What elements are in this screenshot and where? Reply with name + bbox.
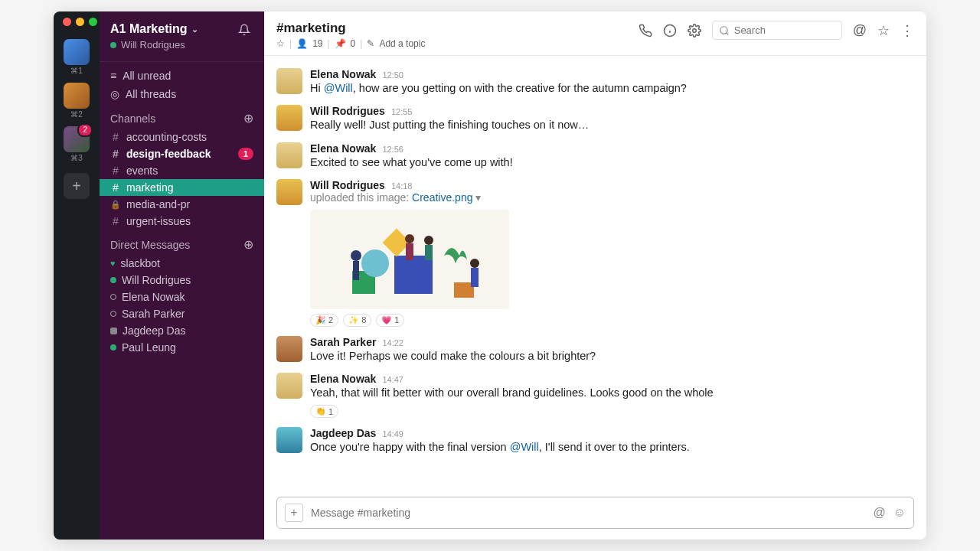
avatar[interactable]: [276, 68, 302, 94]
presence-online-icon: [110, 42, 116, 48]
workspace-switch-1[interactable]: ⌘1: [64, 39, 90, 75]
sidebar-channel-accounting-costs[interactable]: #accounting-costs: [100, 129, 264, 145]
message-author[interactable]: Will Rodrigues: [310, 105, 385, 117]
svg-line-5: [726, 32, 728, 34]
hash-icon: #: [110, 131, 121, 143]
mention[interactable]: @Will: [324, 82, 353, 94]
sidebar-dm-jagdeep-das[interactable]: Jagdeep Das: [100, 322, 264, 339]
workspace-rail: ⌘1 ⌘2 2 ⌘3 +: [54, 11, 100, 540]
channel-label: urgent-issues: [126, 215, 191, 227]
channels-section-header[interactable]: Channels ⊕: [100, 103, 264, 129]
reaction[interactable]: 👏1: [310, 405, 338, 418]
workspace-menu[interactable]: A1 Marketing ⌄: [110, 22, 253, 36]
workspace-shortcut: ⌘2: [64, 110, 90, 119]
current-user[interactable]: Will Rodrigues: [110, 39, 253, 51]
avatar[interactable]: [276, 179, 302, 205]
star-header-icon[interactable]: ☆: [877, 22, 890, 39]
channel-header: #marketing ☆| 👤19| 📌0| ✎Add a topic @ ☆: [264, 11, 926, 56]
message-author[interactable]: Jagdeep Das: [310, 427, 376, 439]
workspace-badge: 2: [77, 123, 93, 137]
message-time: 12:50: [382, 70, 403, 80]
sidebar-dm-sarah-parker[interactable]: Sarah Parker: [100, 305, 264, 322]
channels-header-label: Channels: [110, 112, 155, 125]
reaction[interactable]: 🎉2: [310, 314, 338, 327]
emoji-icon[interactable]: ☺: [893, 506, 906, 520]
add-workspace-button[interactable]: +: [64, 173, 90, 199]
phone-icon[interactable]: [639, 24, 652, 37]
svg-rect-14: [406, 243, 413, 260]
message-composer[interactable]: + @ ☺: [276, 497, 914, 529]
sidebar-channel-design-feedback[interactable]: #design-feedback1: [100, 145, 264, 162]
bell-icon[interactable]: [238, 24, 250, 36]
add-topic[interactable]: Add a topic: [379, 38, 425, 49]
attach-button[interactable]: +: [285, 504, 303, 522]
message-time: 12:55: [391, 107, 413, 116]
sidebar-channel-urgent-issues[interactable]: #urgent-issues: [100, 213, 264, 230]
message-time: 14:47: [382, 375, 403, 384]
message-author[interactable]: Elena Nowak: [310, 68, 376, 80]
composer-input[interactable]: [311, 507, 865, 519]
star-icon[interactable]: ☆: [276, 38, 285, 49]
lock-icon: 🔒: [110, 200, 121, 210]
reaction[interactable]: 💗1: [376, 314, 404, 327]
dm-label: Paul Leung: [122, 341, 176, 354]
all-unread-label: All unread: [122, 70, 171, 82]
mentions-icon[interactable]: @: [853, 22, 867, 38]
workspace-switch-3[interactable]: 2 ⌘3: [64, 126, 90, 162]
sidebar-dm-will-rodrigues[interactable]: Will Rodrigues: [100, 272, 264, 289]
minimize-icon[interactable]: [76, 18, 84, 26]
all-threads[interactable]: ◎ All threads: [100, 85, 264, 103]
more-icon[interactable]: ⋮: [900, 22, 914, 39]
avatar[interactable]: [276, 105, 302, 131]
mention[interactable]: @Will: [510, 441, 539, 453]
sidebar-dm-elena-nowak[interactable]: Elena Nowak: [100, 289, 264, 305]
avatar[interactable]: [276, 373, 302, 399]
search-input[interactable]: [734, 24, 835, 36]
workspace-switch-2[interactable]: ⌘2: [64, 83, 90, 119]
dm-label: slackbot: [121, 257, 160, 269]
message-text: Excited to see what you've come up with!: [310, 155, 513, 170]
gear-icon[interactable]: [688, 24, 701, 37]
reaction[interactable]: ✨8: [343, 314, 371, 327]
all-unread[interactable]: ≡ All unread: [100, 67, 264, 85]
sidebar-channel-media-and-pr[interactable]: 🔒media-and-pr: [100, 196, 264, 213]
sidebar-dm-paul-leung[interactable]: Paul Leung: [100, 339, 264, 356]
pin-count[interactable]: 0: [351, 38, 356, 49]
workspace-name: A1 Marketing: [110, 22, 187, 36]
channel-pane: #marketing ☆| 👤19| 📌0| ✎Add a topic @ ☆: [264, 11, 926, 540]
svg-rect-12: [353, 261, 359, 280]
dms-section-header[interactable]: Direct Messages ⊕: [100, 230, 264, 255]
message-author[interactable]: Sarah Parker: [310, 336, 376, 348]
add-channel-icon[interactable]: ⊕: [243, 111, 253, 126]
member-count[interactable]: 19: [312, 38, 322, 49]
pencil-icon: ✎: [367, 38, 374, 49]
message-author[interactable]: Will Rodrigues: [310, 179, 385, 191]
sidebar-dm-slackbot[interactable]: ♥slackbot: [100, 255, 264, 272]
hash-icon: #: [110, 165, 121, 177]
channel-title[interactable]: #marketing: [276, 21, 425, 36]
sidebar-channel-marketing[interactable]: #marketing: [100, 179, 264, 196]
mention-icon[interactable]: @: [873, 506, 885, 520]
message-text: Hi @Will, how are you getting on with th…: [310, 80, 687, 96]
maximize-icon[interactable]: [89, 18, 97, 26]
info-icon[interactable]: [663, 24, 677, 37]
avatar[interactable]: [276, 336, 302, 362]
square-icon: [110, 328, 117, 334]
close-icon[interactable]: [63, 18, 71, 26]
message-author[interactable]: Elena Nowak: [310, 142, 376, 155]
presence-online-icon: [110, 344, 116, 350]
svg-point-8: [361, 249, 389, 277]
message-text: Love it! Perhaps we could make the colou…: [310, 348, 596, 364]
avatar[interactable]: [276, 427, 302, 453]
channel-label: media-and-pr: [126, 198, 190, 210]
dm-label: Jagdeep Das: [122, 324, 186, 337]
hash-icon: #: [110, 215, 121, 227]
search-box[interactable]: [712, 21, 842, 40]
window-controls: [63, 18, 97, 26]
reactions: 👏1: [310, 405, 714, 418]
image-attachment[interactable]: [310, 210, 509, 309]
avatar[interactable]: [276, 142, 302, 168]
add-dm-icon[interactable]: ⊕: [243, 237, 253, 252]
message-author[interactable]: Elena Nowak: [310, 373, 376, 385]
sidebar-channel-events[interactable]: #events: [100, 162, 264, 179]
